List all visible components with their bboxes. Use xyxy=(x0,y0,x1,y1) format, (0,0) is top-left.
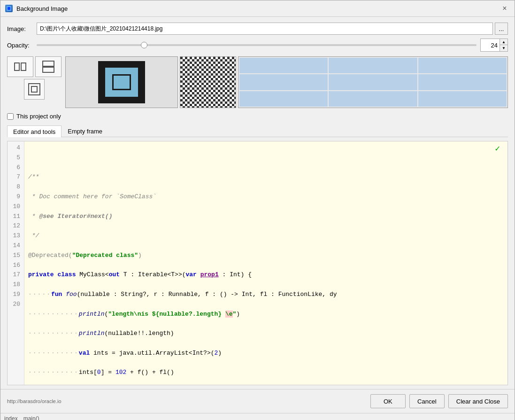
center-btn[interactable] xyxy=(24,79,45,100)
status-bar: index main() xyxy=(0,413,515,420)
pattern-center-row xyxy=(24,79,45,100)
image-path-input[interactable] xyxy=(37,23,493,35)
footer: http://barasdro/oracle.io OK Cancel Clea… xyxy=(0,389,515,413)
preview-square-core xyxy=(112,74,131,90)
status-main: main() xyxy=(23,415,39,420)
dialog-title: Background Image xyxy=(16,5,68,12)
svg-rect-5 xyxy=(43,67,54,72)
opacity-row: Opacity: ▲ ▼ xyxy=(7,39,508,52)
opacity-value-input[interactable] xyxy=(481,39,500,51)
tile-7 xyxy=(239,91,328,107)
close-button[interactable]: × xyxy=(500,3,510,14)
project-only-checkbox[interactable] xyxy=(7,113,14,120)
tile-4 xyxy=(239,74,328,90)
line-15: ···········ints[0] = 102 + f() + fl() xyxy=(28,368,504,378)
preview-tiles xyxy=(238,56,508,108)
ok-button[interactable]: OK xyxy=(370,394,406,408)
pattern-top-row xyxy=(7,56,61,77)
tile-1 xyxy=(239,58,328,73)
svg-rect-4 xyxy=(43,61,54,66)
line-4 xyxy=(28,153,504,163)
footer-link[interactable]: http://barasdro/oracle.io xyxy=(7,398,61,404)
line-7: * @see Iterator#next() xyxy=(28,212,504,222)
code-editor[interactable]: ✓ 4 5 6 7 8 9 10 11 12 13 14 15 16 17 xyxy=(7,141,508,385)
line-6: * Doc comment here for `SomeClass` xyxy=(28,192,504,202)
clear-close-button[interactable]: Clear and Close xyxy=(448,394,508,408)
slider-container xyxy=(37,44,477,46)
pattern-area xyxy=(7,56,508,108)
cancel-button[interactable]: Cancel xyxy=(409,394,445,408)
tabs-row: Editor and tools Empty frame xyxy=(7,125,508,137)
line-12: ···········println("length\nis ${nullabl… xyxy=(28,310,504,319)
line-13: ···········println(nullable!!.length) xyxy=(28,329,504,339)
preview-square-inner xyxy=(105,68,138,97)
line-numbers: 4 5 6 7 8 9 10 11 12 13 14 15 16 17 18 1… xyxy=(8,141,24,385)
line-8: */ xyxy=(28,231,504,241)
line-14: ···········val ints = java.util.ArrayLis… xyxy=(28,349,504,358)
opacity-label: Opacity: xyxy=(7,42,33,49)
line-11: ·····fun foo(nullable : String?, r : Run… xyxy=(28,290,504,300)
svg-rect-3 xyxy=(21,63,26,70)
spin-down-button[interactable]: ▼ xyxy=(500,45,507,51)
checkbox-row: This project only xyxy=(7,113,508,120)
tile-3 xyxy=(418,58,507,73)
svg-rect-2 xyxy=(15,63,19,70)
tile-2 xyxy=(329,58,417,73)
preview-square-outer xyxy=(98,61,145,103)
browse-button[interactable]: ... xyxy=(495,23,508,35)
line-10: private class MyClass<out T : Iterable<T… xyxy=(28,270,504,280)
image-row: Image: ... xyxy=(7,23,508,35)
svg-rect-1 xyxy=(8,7,10,10)
code-content: 4 5 6 7 8 9 10 11 12 13 14 15 16 17 18 1… xyxy=(8,141,507,385)
line-5: /** xyxy=(28,172,504,182)
svg-rect-6 xyxy=(29,84,40,95)
pattern-btn-2[interactable] xyxy=(35,56,61,77)
preview-main xyxy=(65,56,178,108)
tile-9 xyxy=(418,91,507,107)
app-icon xyxy=(5,5,13,12)
status-index: index xyxy=(4,415,18,420)
tile-8 xyxy=(329,91,417,107)
tab-empty-frame[interactable]: Empty frame xyxy=(61,125,108,137)
code-lines: /** * Doc comment here for `SomeClass` *… xyxy=(24,141,507,385)
spin-buttons: ▲ ▼ xyxy=(500,39,507,51)
pattern-btn-1[interactable] xyxy=(7,56,33,77)
image-input-container: ... xyxy=(37,23,508,35)
tile-6 xyxy=(418,74,507,90)
line-9: @Deprecated("Deprecated class") xyxy=(28,251,504,261)
spin-up-button[interactable]: ▲ xyxy=(500,39,507,45)
title-bar-left: Background Image xyxy=(5,5,68,12)
opacity-slider[interactable] xyxy=(37,44,477,46)
title-bar: Background Image × xyxy=(0,0,515,17)
dialog-body: Image: ... Opacity: ▲ ▼ xyxy=(0,17,515,389)
checkmark-icon: ✓ xyxy=(495,143,500,154)
svg-rect-7 xyxy=(31,86,37,92)
image-label: Image: xyxy=(7,25,33,32)
background-image-dialog: Background Image × Image: ... Opacity: ▲… xyxy=(0,0,515,420)
tab-editor-tools[interactable]: Editor and tools xyxy=(7,125,61,137)
tile-5 xyxy=(329,74,417,90)
opacity-spinbox: ▲ ▼ xyxy=(480,39,508,52)
svg-rect-12 xyxy=(180,57,236,108)
preview-qr xyxy=(180,56,236,108)
project-only-label[interactable]: This project only xyxy=(16,113,61,120)
